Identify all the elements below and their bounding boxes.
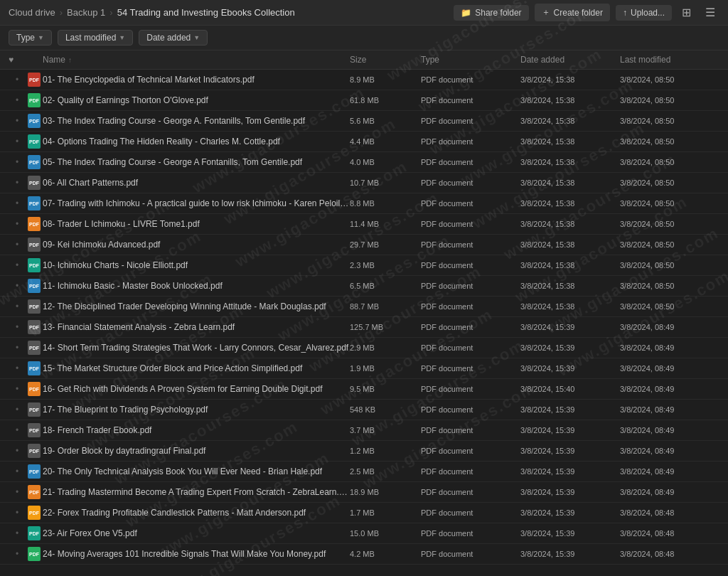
table-row[interactable]: • PDF 19- Order Block by daytradingrauf … xyxy=(0,441,728,462)
table-row[interactable]: • PDF 11- Ichimoku Basic - Master Book U… xyxy=(0,276,728,297)
file-date-added: 3/8/2024, 15:38 xyxy=(520,117,620,125)
file-icon-cell: PDF xyxy=(26,176,43,190)
header-name[interactable]: Name ↑ xyxy=(43,55,350,65)
breadcrumb-current: 54 Trading and Investing Ebooks Collecti… xyxy=(117,7,295,18)
breadcrumb-sep2: › xyxy=(109,7,112,18)
table-row[interactable]: • PDF 13- Financial Statement Analysis -… xyxy=(0,317,728,338)
file-date-added: 3/8/2024, 15:38 xyxy=(520,282,620,290)
file-name: 07- Trading with Ichimoku - A practical … xyxy=(43,198,350,208)
file-icon-cell: PDF xyxy=(26,361,43,375)
sort-arrow-icon: ↑ xyxy=(68,56,72,64)
table-row[interactable]: • PDF 23- Air Forex One V5.pdf 15.0 MB P… xyxy=(0,523,728,544)
file-size: 10.7 MB xyxy=(350,178,421,187)
header-last-modified[interactable]: Last modified xyxy=(620,55,719,65)
pdf-icon: PDF xyxy=(28,526,41,540)
table-row[interactable]: • PDF 12- The Disciplined Trader Develop… xyxy=(0,297,728,317)
favorite-indicator: • xyxy=(9,178,26,188)
file-type: PDF document xyxy=(421,529,520,538)
table-row[interactable]: • PDF 17- The Blueprint to Trading Psych… xyxy=(0,400,728,420)
file-date-added: 3/8/2024, 15:39 xyxy=(520,467,620,476)
table-row[interactable]: • PDF 07- Trading with Ichimoku - A prac… xyxy=(0,193,728,214)
table-row[interactable]: • PDF 09- Kei Ichimoku Advanced.pdf 29.7… xyxy=(0,235,728,255)
pdf-icon: PDF xyxy=(28,382,41,396)
file-size: 8.9 MB xyxy=(350,75,421,84)
pdf-icon: PDF xyxy=(28,73,41,87)
create-folder-button[interactable]: ＋ Create folder xyxy=(535,4,610,21)
file-type: PDF document xyxy=(421,488,520,496)
file-icon-cell: PDF xyxy=(26,114,43,128)
file-icon-cell: PDF xyxy=(26,196,43,210)
table-row[interactable]: • PDF 16- Get Rich with Dividends A Prov… xyxy=(0,379,728,400)
pdf-icon: PDF xyxy=(28,279,41,293)
file-size: 5.6 MB xyxy=(350,117,421,125)
topbar-actions: 📁 Share folder ＋ Create folder ↑ Upload.… xyxy=(454,3,719,22)
favorite-indicator: • xyxy=(9,425,26,435)
table-row[interactable]: • PDF 21- Trading Mastermind Become A Tr… xyxy=(0,482,728,503)
favorite-indicator: • xyxy=(9,95,26,105)
pdf-icon: PDF xyxy=(28,238,41,252)
header-type[interactable]: Type xyxy=(421,55,520,65)
file-name: 09- Kei Ichimoku Advanced.pdf xyxy=(43,240,350,250)
table-row[interactable]: • PDF 04- Options Trading The Hidden Rea… xyxy=(0,132,728,152)
table-row[interactable]: • PDF 06- All Chart Patterns.pdf 10.7 MB… xyxy=(0,173,728,193)
file-type: PDF document xyxy=(421,302,520,311)
list-menu-button[interactable]: ☰ xyxy=(701,3,719,22)
pdf-icon: PDF xyxy=(28,506,41,520)
breadcrumb: Cloud drive › Backup 1 › 54 Trading and … xyxy=(9,7,295,18)
file-type: PDF document xyxy=(421,508,520,517)
table-row[interactable]: • PDF 05- The Index Trading Course - Geo… xyxy=(0,152,728,173)
file-icon-cell: PDF xyxy=(26,320,43,334)
file-last-modified: 3/8/2024, 08:50 xyxy=(620,240,719,249)
header-size[interactable]: Size xyxy=(350,55,421,65)
file-name: 19- Order Block by daytradingrauf Final.… xyxy=(43,446,350,456)
table-row[interactable]: • PDF 02- Quality of Earnings Thorton O'… xyxy=(0,90,728,111)
table-row[interactable]: • PDF 14- Short Term Trading Strategies … xyxy=(0,338,728,358)
file-last-modified: 3/8/2024, 08:49 xyxy=(620,323,719,331)
breadcrumb-level1[interactable]: Backup 1 xyxy=(67,7,105,18)
table-row[interactable]: • PDF 24- Moving Averages 101 Incredible… xyxy=(0,544,728,565)
file-type: PDF document xyxy=(421,447,520,455)
table-row[interactable]: • PDF 01- The Encyclopedia of Technical … xyxy=(0,70,728,90)
table-row[interactable]: • PDF 08- Trader L Ichimoku - LIVRE Tome… xyxy=(0,214,728,235)
file-icon-cell: PDF xyxy=(26,382,43,396)
file-icon-cell: PDF xyxy=(26,464,43,479)
file-date-added: 3/8/2024, 15:38 xyxy=(520,261,620,270)
table-row[interactable]: • PDF 10- Ichimoku Charts - Nicole Ellio… xyxy=(0,255,728,276)
table-row[interactable]: • PDF 15- The Market Structure Order Blo… xyxy=(0,358,728,379)
favorite-indicator: • xyxy=(9,363,26,373)
table-row[interactable]: • PDF 22- Forex Trading Profitable Candl… xyxy=(0,503,728,523)
topbar: Cloud drive › Backup 1 › 54 Trading and … xyxy=(0,0,728,26)
date-added-filter[interactable]: Date added ▼ xyxy=(139,30,208,46)
table-row[interactable]: • PDF 20- The Only Technical Analysis Bo… xyxy=(0,462,728,482)
favorite-indicator: • xyxy=(9,466,26,476)
upload-button[interactable]: ↑ Upload... xyxy=(616,5,672,21)
chevron-down-icon: ▼ xyxy=(119,34,125,41)
file-type: PDF document xyxy=(421,323,520,331)
last-modified-filter[interactable]: Last modified ▼ xyxy=(58,30,133,46)
header-date-added[interactable]: Date added xyxy=(520,55,620,65)
table-row[interactable]: • PDF 25- Trading Hub 4.0.pdf 173.8 MB P… xyxy=(0,565,728,567)
grid-view-button[interactable]: ⊞ xyxy=(678,3,695,22)
file-type: PDF document xyxy=(421,220,520,228)
file-date-added: 3/8/2024, 15:38 xyxy=(520,137,620,146)
file-size: 29.7 MB xyxy=(350,240,421,249)
type-filter[interactable]: Type ▼ xyxy=(9,30,52,46)
pdf-icon: PDF xyxy=(28,93,41,107)
table-row[interactable]: • PDF 03- The Index Trading Course - Geo… xyxy=(0,111,728,132)
file-last-modified: 3/8/2024, 08:49 xyxy=(620,364,719,373)
file-size: 1.2 MB xyxy=(350,447,421,455)
file-last-modified: 3/8/2024, 08:49 xyxy=(620,467,719,476)
table-row[interactable]: • PDF 18- French Trader Ebook.pdf 3.7 MB… xyxy=(0,420,728,441)
file-icon-cell: PDF xyxy=(26,423,43,437)
favorite-indicator: • xyxy=(9,198,26,208)
share-folder-button[interactable]: 📁 Share folder xyxy=(454,5,528,21)
file-last-modified: 3/8/2024, 08:49 xyxy=(620,405,719,414)
file-size: 11.4 MB xyxy=(350,220,421,228)
breadcrumb-root[interactable]: Cloud drive xyxy=(9,7,55,18)
file-type: PDF document xyxy=(421,96,520,105)
pdf-icon: PDF xyxy=(28,464,41,479)
pdf-icon: PDF xyxy=(28,485,41,499)
file-name: 11- Ichimoku Basic - Master Book Unlocke… xyxy=(43,281,350,291)
file-size: 88.7 MB xyxy=(350,302,421,311)
file-name: 04- Options Trading The Hidden Reality -… xyxy=(43,137,350,146)
